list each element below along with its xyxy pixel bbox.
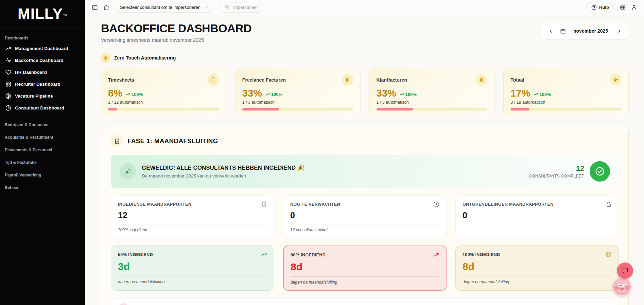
- sidebar-item-hr-dashboard[interactable]: HR Dashboard: [4, 66, 81, 78]
- fase1-title: FASE 1: MAANDAFSLUITING: [127, 137, 218, 145]
- sidebar-item-label: Backoffice Dashboard: [15, 58, 64, 63]
- stat-value: 12: [118, 210, 267, 220]
- stat-card-nog-te-verwachten[interactable]: NOG TE VERWACHTEN 0 12 consultants actie…: [283, 196, 447, 238]
- help-label: Hulp: [599, 5, 609, 10]
- divider: [463, 276, 612, 276]
- banner-subtitle: De maand november 2025 kan nu verwerkt w…: [142, 173, 304, 179]
- page-title: BACKOFFICE DASHBOARD: [101, 22, 251, 35]
- threshold-card-100[interactable]: 100% INGEDIEND 8d dagen na maandafsluiti…: [455, 245, 619, 291]
- layout-grid-icon: [5, 81, 11, 87]
- zt-card-value: 33%: [377, 88, 396, 99]
- indiening-timeline-toggle[interactable]: INDIENING TIMELINE: [111, 298, 619, 305]
- progress-fill: [510, 108, 529, 111]
- main-content: BACKOFFICE DASHBOARD Verwerking timeshee…: [85, 0, 644, 305]
- sidebar-item-consultant-dashboard[interactable]: Consultant Dashboard: [4, 102, 81, 114]
- check-circle-icon: [605, 251, 612, 258]
- clock-icon: [433, 201, 439, 207]
- user-cog-icon: [225, 5, 230, 10]
- stat-card-ingediende-maandrapporten[interactable]: INGEDIENDE MAANDRAPPORTEN 12 100% ingedi…: [111, 196, 274, 238]
- zt-card-trend: 100%: [125, 92, 143, 97]
- zt-card-timesheets[interactable]: Timesheets 8% 100% 1 / 12 automatisch: [101, 68, 226, 116]
- sidebar-section-dashboards: Dashboards: [4, 34, 81, 43]
- stat-card-ontgrendelingen-maandrapporten[interactable]: ONTGRENDELINGEN MAANDRAPPORTEN 0: [455, 196, 619, 238]
- progress-track: [510, 108, 622, 111]
- sidebar-item-label: HR Dashboard: [15, 70, 47, 75]
- help-circle-icon: [591, 5, 597, 10]
- sidebar-section-beheer[interactable]: Beheer: [0, 177, 85, 190]
- stat-label: ONTGRENDELINGEN MAANDRAPPORTEN: [463, 202, 554, 207]
- stat-label: INGEDIENDE MAANDRAPPORTEN: [118, 202, 191, 207]
- success-banner: GEWELDIG! ALLE CONSULTANTS HEBBEN INGEDI…: [111, 155, 619, 188]
- impersonate-button[interactable]: Impersoneer: [220, 2, 263, 13]
- zt-card-label: Klantfacturen: [377, 77, 407, 83]
- smiley-face-icon: [613, 277, 631, 296]
- activity-icon: [5, 57, 11, 63]
- stat-note: 100% ingediend: [118, 227, 267, 232]
- prev-month-button[interactable]: [547, 27, 555, 35]
- zt-card-detail: 1 / 12 automatisch: [108, 100, 219, 105]
- zt-card-trend: 100%: [533, 92, 551, 97]
- chat-button[interactable]: [617, 262, 633, 279]
- consultant-select[interactable]: Selecteer consultant om te impersoneren: [115, 2, 214, 13]
- zt-card-freelance-facturen[interactable]: Freelance Facturen 33% 100% 1 / 3 automa…: [235, 68, 361, 116]
- trending-up-icon: [533, 92, 538, 97]
- sidebar-section-payroll[interactable]: Payroll Verwerking: [0, 165, 85, 177]
- stat-value: 0: [290, 210, 439, 220]
- file-text-icon: [208, 74, 219, 86]
- sidebar-section-placements[interactable]: Placements & Personeel: [0, 140, 85, 152]
- zt-card-totaal[interactable]: Totaal 17% 100% 3 / 18 automatisch: [503, 68, 629, 116]
- zt-card-label: Totaal: [510, 77, 524, 83]
- threshold-note: dagen na maandafsluiting: [291, 280, 439, 285]
- panel-toggle-icon[interactable]: [92, 4, 98, 11]
- file-check-icon: [261, 201, 267, 207]
- brand-logo: MILLY™: [0, 0, 85, 29]
- threshold-card-50[interactable]: 50% INGEDIEND 3d dagen na maandafsluitin…: [111, 245, 274, 291]
- sidebar-item-vacature-pipeline[interactable]: Vacature Pipeline: [4, 90, 81, 102]
- next-month-button[interactable]: [615, 27, 623, 35]
- trademark: ™: [63, 14, 67, 18]
- sidebar-section-acquisitie[interactable]: Acquisitie & Recruitment: [0, 127, 85, 140]
- sidebar-item-recruiter-dashboard[interactable]: Recruiter Dashboard: [4, 78, 81, 90]
- stat-label: NOG TE VERWACHTEN: [290, 202, 340, 207]
- consultants-count: 12: [529, 164, 584, 173]
- clock-icon: [5, 105, 11, 111]
- sidebar-item-management-dashboard[interactable]: Management Dashboard: [4, 43, 81, 54]
- trending-up-icon: [399, 92, 404, 97]
- threshold-card-80[interactable]: 80% INGEDIEND 8d dagen na maandafsluitin…: [283, 245, 447, 291]
- zap-icon: [610, 74, 622, 86]
- sidebar-section-bedrijven[interactable]: Bedrijven & Contacten: [0, 115, 85, 127]
- consultants-count-label: CONSULTANTS COMPLEET: [529, 174, 584, 179]
- month-label[interactable]: november 2025: [571, 28, 610, 34]
- progress-fill: [108, 108, 117, 111]
- heart-icon: [5, 69, 11, 75]
- threshold-label: 80% INGEDIEND: [291, 253, 326, 257]
- impersonate-label: Impersoneer: [233, 5, 258, 10]
- trending-up-icon: [5, 46, 11, 51]
- trending-up-icon: [433, 252, 439, 258]
- sidebar-item-backoffice-dashboard[interactable]: Backoffice Dashboard: [4, 54, 81, 66]
- threshold-label: 100% INGEDIEND: [463, 252, 500, 257]
- message-square-icon: [622, 267, 628, 274]
- trending-up-icon: [118, 303, 129, 305]
- progress-track: [377, 108, 488, 111]
- banknote-icon: [476, 74, 487, 86]
- globe-icon[interactable]: [620, 4, 626, 11]
- sidebar-item-label: Recruiter Dashboard: [15, 82, 60, 87]
- consultant-select-label: Selecteer consultant om te impersoneren: [120, 5, 201, 10]
- banknote-icon: [342, 74, 353, 86]
- month-navigator: november 2025: [541, 22, 629, 39]
- sidebar-section-tijd[interactable]: Tijd & Facturatie: [0, 152, 85, 165]
- user-icon[interactable]: [631, 4, 637, 11]
- progress-fill: [242, 108, 279, 111]
- fase1-section: FASE 1: MAANDAFSLUITING GEWELDIG! ALLE C…: [101, 126, 629, 305]
- help-button[interactable]: Hulp: [586, 2, 614, 13]
- assistant-avatar-button[interactable]: [613, 277, 631, 296]
- sidebar: MILLY™ Dashboards Management Dashboard B…: [0, 0, 85, 305]
- banner-title: GEWELDIG! ALLE CONSULTANTS HEBBEN INGEDI…: [142, 164, 304, 171]
- zt-card-value: 33%: [242, 88, 262, 99]
- zt-card-value: 17%: [510, 88, 530, 99]
- zt-card-trend: 100%: [265, 92, 282, 97]
- home-icon[interactable]: [103, 4, 109, 11]
- zt-card-label: Freelance Facturen: [242, 77, 286, 83]
- zt-card-klantfacturen[interactable]: Klantfacturen 33% 100% 1 / 3 automatisch: [369, 68, 495, 116]
